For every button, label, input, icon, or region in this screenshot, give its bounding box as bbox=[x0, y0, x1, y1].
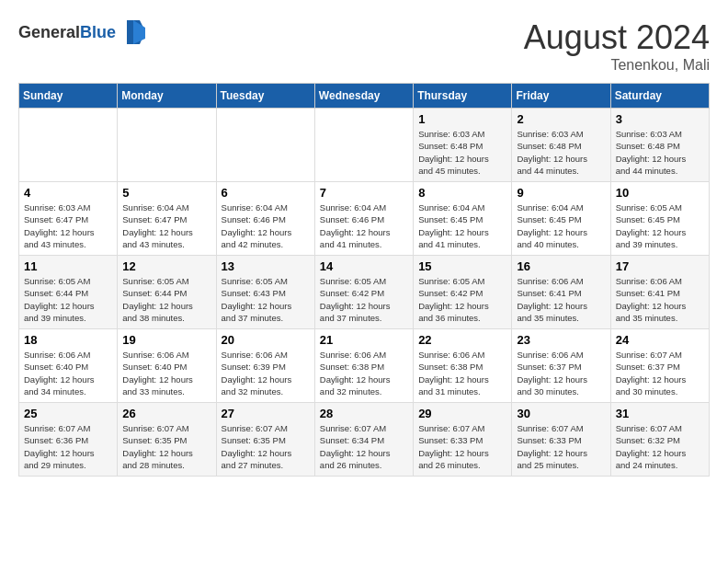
day-info: Sunrise: 6:03 AMSunset: 6:47 PMDaylight:… bbox=[24, 201, 112, 250]
calendar-cell: 9Sunrise: 6:04 AMSunset: 6:45 PMDaylight… bbox=[512, 182, 610, 256]
calendar-week-row: 11Sunrise: 6:05 AMSunset: 6:44 PMDayligh… bbox=[19, 256, 710, 329]
calendar-cell: 27Sunrise: 6:07 AMSunset: 6:35 PMDayligh… bbox=[216, 403, 314, 477]
day-number: 7 bbox=[320, 186, 408, 200]
day-header-sunday: Sunday bbox=[19, 84, 118, 109]
day-info: Sunrise: 6:06 AMSunset: 6:40 PMDaylight:… bbox=[24, 349, 112, 397]
day-info: Sunrise: 6:05 AMSunset: 6:45 PMDaylight:… bbox=[616, 201, 704, 250]
day-header-saturday: Saturday bbox=[610, 84, 709, 109]
day-number: 30 bbox=[517, 407, 605, 420]
day-info: Sunrise: 6:05 AMSunset: 6:44 PMDaylight:… bbox=[24, 275, 112, 324]
day-info: Sunrise: 6:07 AMSunset: 6:36 PMDaylight:… bbox=[24, 422, 112, 471]
day-info: Sunrise: 6:04 AMSunset: 6:46 PMDaylight:… bbox=[222, 201, 310, 250]
day-info: Sunrise: 6:03 AMSunset: 6:48 PMDaylight:… bbox=[418, 128, 506, 177]
day-info: Sunrise: 6:07 AMSunset: 6:37 PMDaylight:… bbox=[616, 349, 704, 397]
calendar-week-row: 25Sunrise: 6:07 AMSunset: 6:36 PMDayligh… bbox=[19, 403, 710, 477]
calendar-cell: 14Sunrise: 6:05 AMSunset: 6:42 PMDayligh… bbox=[314, 256, 413, 329]
calendar-header-row: SundayMondayTuesdayWednesdayThursdayFrid… bbox=[19, 84, 710, 109]
day-info: Sunrise: 6:05 AMSunset: 6:42 PMDaylight:… bbox=[418, 275, 506, 324]
calendar-cell bbox=[118, 109, 216, 182]
day-number: 17 bbox=[616, 259, 704, 273]
day-info: Sunrise: 6:06 AMSunset: 6:39 PMDaylight:… bbox=[222, 349, 310, 397]
day-number: 1 bbox=[418, 112, 506, 126]
day-number: 5 bbox=[122, 186, 210, 200]
day-number: 24 bbox=[616, 333, 704, 347]
day-info: Sunrise: 6:07 AMSunset: 6:33 PMDaylight:… bbox=[418, 422, 506, 471]
day-number: 20 bbox=[222, 333, 310, 347]
page-header: GeneralBlue August 2024 Tenenkou, Mali bbox=[18, 18, 710, 74]
calendar-cell: 5Sunrise: 6:04 AMSunset: 6:47 PMDaylight… bbox=[118, 182, 216, 256]
day-number: 19 bbox=[122, 333, 210, 347]
calendar-cell: 23Sunrise: 6:06 AMSunset: 6:37 PMDayligh… bbox=[512, 329, 610, 403]
calendar-cell bbox=[19, 109, 118, 182]
day-header-tuesday: Tuesday bbox=[216, 84, 314, 109]
calendar-cell: 13Sunrise: 6:05 AMSunset: 6:43 PMDayligh… bbox=[216, 256, 314, 329]
day-header-wednesday: Wednesday bbox=[314, 84, 413, 109]
day-info: Sunrise: 6:06 AMSunset: 6:38 PMDaylight:… bbox=[418, 349, 506, 397]
logo-icon bbox=[119, 18, 147, 46]
day-number: 27 bbox=[222, 407, 310, 420]
location-subtitle: Tenenkou, Mali bbox=[524, 57, 710, 74]
calendar-cell: 17Sunrise: 6:06 AMSunset: 6:41 PMDayligh… bbox=[610, 256, 709, 329]
calendar-cell: 19Sunrise: 6:06 AMSunset: 6:40 PMDayligh… bbox=[118, 329, 216, 403]
day-number: 31 bbox=[616, 407, 704, 420]
calendar-week-row: 1Sunrise: 6:03 AMSunset: 6:48 PMDaylight… bbox=[19, 109, 710, 182]
day-info: Sunrise: 6:04 AMSunset: 6:47 PMDaylight:… bbox=[122, 201, 210, 250]
calendar-cell: 29Sunrise: 6:07 AMSunset: 6:33 PMDayligh… bbox=[414, 403, 512, 477]
day-number: 8 bbox=[418, 186, 506, 200]
day-info: Sunrise: 6:07 AMSunset: 6:34 PMDaylight:… bbox=[320, 422, 408, 471]
month-year-title: August 2024 bbox=[524, 18, 710, 57]
day-number: 12 bbox=[122, 259, 210, 273]
calendar-cell: 28Sunrise: 6:07 AMSunset: 6:34 PMDayligh… bbox=[314, 403, 413, 477]
calendar-cell: 12Sunrise: 6:05 AMSunset: 6:44 PMDayligh… bbox=[118, 256, 216, 329]
day-number: 29 bbox=[418, 407, 506, 420]
day-info: Sunrise: 6:05 AMSunset: 6:42 PMDaylight:… bbox=[320, 275, 408, 324]
day-number: 9 bbox=[517, 186, 605, 200]
day-number: 22 bbox=[418, 333, 506, 347]
day-number: 28 bbox=[320, 407, 408, 420]
calendar-cell: 2Sunrise: 6:03 AMSunset: 6:48 PMDaylight… bbox=[512, 109, 610, 182]
day-number: 4 bbox=[24, 186, 112, 200]
day-header-monday: Monday bbox=[118, 84, 216, 109]
logo: GeneralBlue bbox=[18, 18, 147, 46]
day-number: 3 bbox=[616, 112, 704, 126]
day-info: Sunrise: 6:05 AMSunset: 6:44 PMDaylight:… bbox=[122, 275, 210, 324]
calendar-cell: 18Sunrise: 6:06 AMSunset: 6:40 PMDayligh… bbox=[19, 329, 118, 403]
calendar-cell: 30Sunrise: 6:07 AMSunset: 6:33 PMDayligh… bbox=[512, 403, 610, 477]
calendar-cell: 24Sunrise: 6:07 AMSunset: 6:37 PMDayligh… bbox=[610, 329, 709, 403]
logo-blue-text: Blue bbox=[80, 23, 116, 41]
calendar-cell: 7Sunrise: 6:04 AMSunset: 6:46 PMDaylight… bbox=[314, 182, 413, 256]
calendar-cell: 21Sunrise: 6:06 AMSunset: 6:38 PMDayligh… bbox=[314, 329, 413, 403]
calendar-cell: 3Sunrise: 6:03 AMSunset: 6:48 PMDaylight… bbox=[610, 109, 709, 182]
day-info: Sunrise: 6:04 AMSunset: 6:45 PMDaylight:… bbox=[517, 201, 605, 250]
day-header-thursday: Thursday bbox=[414, 84, 512, 109]
calendar-cell: 6Sunrise: 6:04 AMSunset: 6:46 PMDaylight… bbox=[216, 182, 314, 256]
day-info: Sunrise: 6:06 AMSunset: 6:37 PMDaylight:… bbox=[517, 349, 605, 397]
day-info: Sunrise: 6:04 AMSunset: 6:46 PMDaylight:… bbox=[320, 201, 408, 250]
calendar-cell bbox=[314, 109, 413, 182]
calendar-cell: 8Sunrise: 6:04 AMSunset: 6:45 PMDaylight… bbox=[414, 182, 512, 256]
calendar-cell: 16Sunrise: 6:06 AMSunset: 6:41 PMDayligh… bbox=[512, 256, 610, 329]
day-number: 16 bbox=[517, 259, 605, 273]
day-number: 14 bbox=[320, 259, 408, 273]
day-info: Sunrise: 6:06 AMSunset: 6:41 PMDaylight:… bbox=[616, 275, 704, 324]
day-info: Sunrise: 6:06 AMSunset: 6:38 PMDaylight:… bbox=[320, 349, 408, 397]
day-number: 18 bbox=[24, 333, 112, 347]
calendar-table: SundayMondayTuesdayWednesdayThursdayFrid… bbox=[18, 83, 710, 477]
day-info: Sunrise: 6:07 AMSunset: 6:32 PMDaylight:… bbox=[616, 422, 704, 471]
calendar-cell: 22Sunrise: 6:06 AMSunset: 6:38 PMDayligh… bbox=[414, 329, 512, 403]
calendar-cell: 26Sunrise: 6:07 AMSunset: 6:35 PMDayligh… bbox=[118, 403, 216, 477]
day-number: 10 bbox=[616, 186, 704, 200]
day-info: Sunrise: 6:07 AMSunset: 6:33 PMDaylight:… bbox=[517, 422, 605, 471]
day-number: 13 bbox=[222, 259, 310, 273]
calendar-cell: 1Sunrise: 6:03 AMSunset: 6:48 PMDaylight… bbox=[414, 109, 512, 182]
day-number: 2 bbox=[517, 112, 605, 126]
calendar-cell: 10Sunrise: 6:05 AMSunset: 6:45 PMDayligh… bbox=[610, 182, 709, 256]
day-info: Sunrise: 6:05 AMSunset: 6:43 PMDaylight:… bbox=[222, 275, 310, 324]
day-number: 15 bbox=[418, 259, 506, 273]
day-info: Sunrise: 6:03 AMSunset: 6:48 PMDaylight:… bbox=[616, 128, 704, 177]
day-number: 21 bbox=[320, 333, 408, 347]
day-number: 11 bbox=[24, 259, 112, 273]
day-info: Sunrise: 6:06 AMSunset: 6:41 PMDaylight:… bbox=[517, 275, 605, 324]
logo-general-text: General bbox=[18, 23, 80, 41]
title-section: August 2024 Tenenkou, Mali bbox=[524, 18, 710, 74]
